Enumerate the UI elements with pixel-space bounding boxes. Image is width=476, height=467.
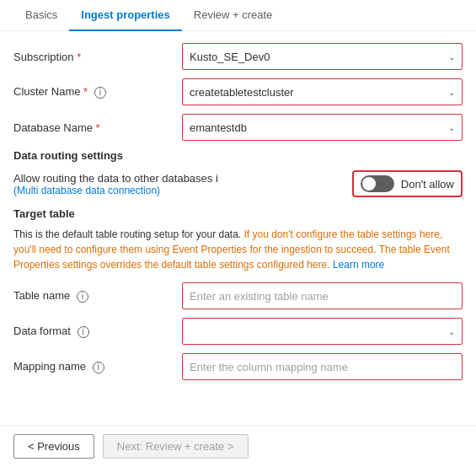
data-routing-section-title: Data routing settings bbox=[13, 149, 463, 162]
mapping-name-control bbox=[182, 353, 463, 380]
routing-right: Don't allow bbox=[352, 170, 463, 197]
next-button: Next: Review + create > bbox=[103, 434, 249, 459]
toggle-container: Don't allow bbox=[352, 170, 463, 197]
data-format-label: Data format i bbox=[13, 325, 182, 338]
routing-row: Allow routing the data to other database… bbox=[13, 170, 463, 197]
cluster-value: createtabletestcluster bbox=[190, 86, 294, 99]
tab-basics[interactable]: Basics bbox=[13, 0, 69, 31]
mapping-name-row: Mapping name i bbox=[13, 353, 463, 380]
table-info-icon[interactable]: i bbox=[77, 291, 88, 303]
table-name-row: Table name i bbox=[13, 282, 463, 309]
cluster-dropdown[interactable]: createtabletestcluster ⌄ bbox=[182, 78, 463, 105]
cluster-info-icon[interactable]: i bbox=[94, 87, 106, 99]
tab-bar: Basics Ingest properties Review + create bbox=[0, 0, 476, 31]
mapping-name-input[interactable] bbox=[182, 353, 463, 380]
tab-review[interactable]: Review + create bbox=[182, 0, 285, 31]
info-normal1: This is the default table routing setup … bbox=[13, 228, 241, 240]
target-table-title: Target table bbox=[13, 207, 463, 220]
chevron-down-icon: ⌄ bbox=[448, 123, 455, 132]
chevron-down-icon: ⌄ bbox=[448, 88, 455, 97]
subscription-dropdown[interactable]: Kusto_SE_Dev0 ⌄ bbox=[182, 43, 463, 70]
cluster-control: createtabletestcluster ⌄ bbox=[182, 78, 463, 105]
form-content: Subscription * Kusto_SE_Dev0 ⌄ Cluster N… bbox=[0, 31, 476, 400]
data-format-dropdown[interactable]: ⌄ bbox=[182, 318, 463, 345]
data-format-control: ⌄ bbox=[182, 318, 463, 345]
table-name-control bbox=[182, 282, 463, 309]
cluster-row: Cluster Name * i createtabletestcluster … bbox=[13, 78, 463, 105]
data-format-info-icon[interactable]: i bbox=[78, 326, 89, 338]
routing-label: Allow routing the data to other database… bbox=[13, 172, 352, 196]
routing-info-icon[interactable]: i bbox=[216, 172, 218, 185]
subscription-row: Subscription * Kusto_SE_Dev0 ⌄ bbox=[13, 43, 463, 70]
table-name-input[interactable] bbox=[182, 282, 463, 309]
routing-toggle[interactable] bbox=[361, 175, 394, 192]
database-value: emantestdb bbox=[190, 121, 247, 134]
database-dropdown[interactable]: emantestdb ⌄ bbox=[182, 114, 463, 141]
data-format-row: Data format i ⌄ bbox=[13, 318, 463, 345]
learn-more-link[interactable]: Learn more bbox=[330, 259, 385, 271]
database-label: Database Name * bbox=[13, 121, 182, 134]
table-name-label: Table name i bbox=[13, 289, 182, 303]
database-control: emantestdb ⌄ bbox=[182, 114, 463, 141]
subscription-label: Subscription * bbox=[13, 51, 182, 63]
mapping-name-label: Mapping name i bbox=[13, 360, 182, 373]
routing-sublabel: (Multi database data connection) bbox=[13, 185, 352, 196]
chevron-down-icon: ⌄ bbox=[448, 52, 455, 62]
cluster-label: Cluster Name * i bbox=[13, 85, 182, 99]
mapping-info-icon[interactable]: i bbox=[93, 362, 104, 373]
subscription-value: Kusto_SE_Dev0 bbox=[190, 51, 270, 63]
dont-allow-label: Don't allow bbox=[401, 178, 454, 191]
info-text: This is the default table routing setup … bbox=[13, 227, 463, 272]
database-row: Database Name * emantestdb ⌄ bbox=[13, 114, 463, 141]
footer: < Previous Next: Review + create > bbox=[0, 425, 476, 467]
previous-button[interactable]: < Previous bbox=[13, 434, 94, 459]
subscription-control: Kusto_SE_Dev0 ⌄ bbox=[182, 43, 463, 70]
tab-ingest[interactable]: Ingest properties bbox=[69, 0, 181, 31]
chevron-down-icon: ⌄ bbox=[448, 327, 455, 336]
